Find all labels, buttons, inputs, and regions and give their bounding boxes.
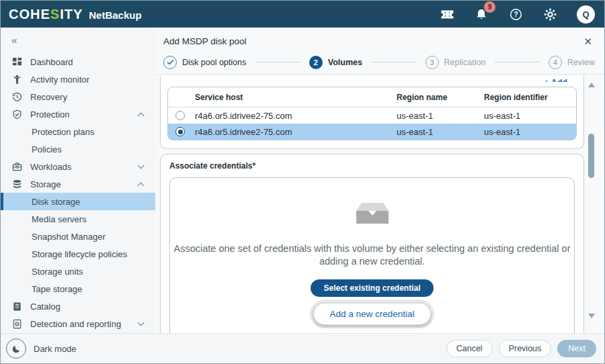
column-region-name: Region name	[397, 93, 484, 102]
activity-monitor-icon	[11, 74, 22, 85]
volumes-panel: + Add Service host Region name Region id…	[160, 76, 584, 149]
sidebar-nav: Dashboard Activity monitor Recovery Prot…	[1, 52, 155, 333]
sidebar-item-policies[interactable]: Policies	[1, 140, 155, 158]
step-4-badge: 4	[549, 56, 562, 69]
detection-report-icon	[11, 318, 22, 329]
chevron-up-icon	[138, 182, 145, 189]
add-msdp-disk-pool-dialog: Add MSDP disk pool ✕ Disk pool options 2…	[155, 28, 604, 363]
cohesity-green-s: S	[50, 7, 60, 21]
sidebar-collapse-button[interactable]: «	[1, 28, 155, 52]
dialog-title: Add MSDP disk pool	[163, 36, 247, 46]
radio-button-selected[interactable]	[175, 127, 185, 136]
sidebar-item-snapshot-manager[interactable]: Snapshot Manager	[1, 228, 155, 245]
left-navigation-sidebar: « Dashboard Activity monitor Recovery Pr…	[1, 28, 155, 363]
add-new-credential-button[interactable]: Add a new credential	[313, 303, 430, 325]
avatar-initial: Q	[582, 9, 589, 19]
dialog-footer: Cancel Previous Next	[155, 333, 604, 363]
column-service-host: Service host	[195, 93, 397, 102]
help-icon[interactable]: ?	[508, 7, 523, 21]
user-avatar[interactable]: Q	[577, 5, 595, 24]
sidebar-item-storage-lifecycle-policies[interactable]: Storage lifecycle policies	[1, 245, 155, 263]
app-window: COHESITY NetBackup 9 ? Q « Das	[0, 0, 605, 364]
catalog-icon	[11, 301, 22, 312]
chevron-down-icon	[138, 163, 145, 169]
dialog-header: Add MSDP disk pool ✕	[155, 28, 604, 50]
sidebar-item-disk-storage[interactable]: Disk storage	[1, 193, 155, 210]
cohesity-netbackup-logo: COHESITY NetBackup	[9, 7, 142, 22]
service-host-table: Service host Region name Region identifi…	[167, 87, 577, 140]
jobs-ticket-icon[interactable]	[440, 7, 454, 21]
dark-mode-toggle[interactable]: Dark mode	[1, 333, 155, 363]
stepper-connector	[371, 62, 417, 62]
add-link-clipped-row: + Add	[167, 76, 577, 82]
svg-text:?: ?	[514, 10, 518, 18]
associate-credentials-panel: Associate credentials* Associate one set…	[160, 154, 584, 333]
dialog-content: + Add Service host Region name Region id…	[155, 75, 587, 333]
recovery-icon	[11, 91, 22, 102]
column-region-identifier: Region identifier	[484, 93, 576, 102]
previous-button[interactable]: Previous	[499, 340, 552, 357]
scroll-down-arrow-icon[interactable]	[588, 314, 595, 318]
radio-button-unselected[interactable]	[175, 111, 185, 120]
step-review[interactable]: 4 Review	[549, 56, 595, 69]
step-volumes[interactable]: 2 Volumes	[309, 56, 362, 69]
cancel-button[interactable]: Cancel	[446, 340, 493, 357]
sidebar-item-storage[interactable]: Storage	[1, 175, 155, 193]
stepper-connector	[255, 62, 300, 62]
credentials-empty-state-card: Associate one set of credentials with th…	[169, 177, 575, 333]
select-existing-credential-button[interactable]: Select existing credential	[311, 279, 433, 297]
top-header-bar: COHESITY NetBackup 9 ? Q	[1, 1, 604, 28]
step-complete-check-icon	[163, 56, 177, 69]
step-3-badge: 3	[426, 56, 439, 69]
sidebar-item-detection-and-reporting[interactable]: Detection and reporting	[1, 315, 155, 332]
add-volume-link[interactable]: + Add	[544, 78, 567, 82]
step-2-badge: 2	[309, 56, 323, 69]
settings-gear-icon[interactable]	[542, 7, 557, 21]
dashboard-icon	[11, 56, 22, 67]
scrollbar-thumb[interactable]	[588, 134, 594, 178]
sidebar-item-dashboard[interactable]: Dashboard	[1, 53, 155, 71]
table-row-selected[interactable]: r4a6.or5.idrivee2-75.com us-east-1 us-ea…	[168, 124, 576, 140]
sidebar-item-storage-units[interactable]: Storage units	[1, 263, 155, 280]
dialog-scrollbar[interactable]	[587, 75, 596, 333]
notification-count-badge: 9	[484, 1, 495, 13]
associate-credentials-label: Associate credentials*	[169, 161, 575, 171]
sidebar-item-workloads[interactable]: Workloads	[1, 158, 155, 175]
sidebar-item-media-servers[interactable]: Media servers	[1, 210, 155, 228]
storage-database-icon	[11, 179, 22, 189]
credentials-instruction-text: Associate one set of credentials with th…	[171, 242, 574, 268]
workloads-briefcase-icon	[11, 161, 22, 172]
netbackup-wordmark: NetBackup	[89, 9, 141, 21]
sidebar-item-protection[interactable]: Protection	[1, 105, 155, 123]
empty-tray-icon	[354, 201, 391, 229]
cohesity-wordmark: COHESITY	[9, 7, 83, 22]
table-row[interactable]: r4a6.or5.idrivee2-75.com us-east-1 us-ea…	[168, 107, 576, 124]
wizard-stepper: Disk pool options 2 Volumes 3 Replicatio…	[155, 50, 604, 75]
scroll-up-arrow-icon[interactable]	[588, 83, 595, 87]
moon-icon	[6, 338, 26, 359]
step-replication[interactable]: 3 Replication	[426, 56, 486, 69]
stepper-connector	[494, 62, 540, 62]
sidebar-item-activity-monitor[interactable]: Activity monitor	[1, 71, 155, 88]
table-header-row: Service host Region name Region identifi…	[168, 87, 576, 107]
next-button[interactable]: Next	[557, 340, 596, 357]
sidebar-item-recovery[interactable]: Recovery	[1, 88, 155, 105]
chevron-up-icon	[138, 112, 145, 119]
dialog-scroll-viewport: + Add Service host Region name Region id…	[155, 75, 604, 333]
notifications-bell-icon[interactable]: 9	[474, 7, 489, 21]
protection-shield-icon	[11, 109, 22, 120]
sidebar-item-protection-plans[interactable]: Protection plans	[1, 123, 155, 140]
dark-mode-label: Dark mode	[34, 344, 77, 354]
step-disk-pool-options[interactable]: Disk pool options	[163, 56, 246, 69]
chevron-down-icon	[138, 320, 145, 326]
sidebar-item-catalog[interactable]: Catalog	[1, 298, 155, 315]
header-actions: 9 ? Q	[440, 5, 595, 24]
sidebar-item-tape-storage[interactable]: Tape storage	[1, 280, 155, 298]
close-icon[interactable]: ✕	[583, 36, 592, 46]
